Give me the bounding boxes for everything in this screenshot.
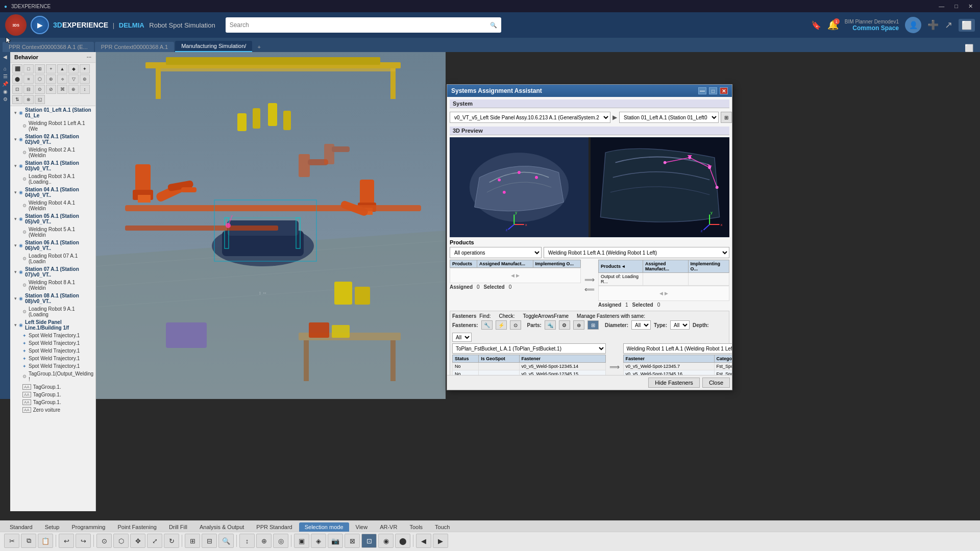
fst-left-dropdown[interactable]: ToPlan_FstBucket_L A.1 (ToPlan_FstBucket… (452, 343, 606, 354)
tb-btn-16[interactable]: ⊟ (23, 85, 34, 94)
redo-icon[interactable]: ↪ (76, 534, 91, 548)
sidebar-item[interactable]: ✦Spot Weld Trajectory.1 (10, 332, 95, 339)
zoom-area-icon[interactable]: ⊟ (202, 534, 217, 548)
sidebar-item[interactable]: AATagGroup.1. (10, 383, 95, 391)
tb-btn-15[interactable]: ⊡ (12, 85, 22, 94)
sidebar-item[interactable]: ⚙Welding Robot 5 A.1 (Weldin (10, 226, 95, 239)
display-icon[interactable]: ⬤ (395, 534, 410, 548)
tab-expand-btn[interactable]: ⬜ (965, 44, 977, 52)
tb-btn-17[interactable]: ⊙ (35, 85, 45, 94)
sidebar-item[interactable]: ⚙TagGroup.1(Output_Welding ! (10, 370, 95, 383)
zoom-in-icon[interactable]: 🔍 (218, 534, 234, 548)
sidebar-item[interactable]: ⚙Welding Robot 1 Left A.1 (We (10, 119, 95, 133)
compass-icon[interactable]: 3DS (5, 14, 27, 36)
bottom-tab-view[interactable]: View (350, 522, 374, 532)
sidebar-item[interactable]: AATagGroup.1. (10, 391, 95, 398)
search-input[interactable] (230, 21, 490, 29)
close-button[interactable]: ✕ (965, 3, 976, 10)
tb-btn-11[interactable]: ⊛ (46, 74, 56, 84)
expand-icon[interactable]: ⬜ (959, 19, 975, 32)
tb-btn-13[interactable]: ▽ (68, 74, 79, 84)
tb-btn-6[interactable]: ◆ (68, 64, 79, 73)
sidebar-section[interactable]: ▾◉Left Side Panel Line.1/Building 1/f (10, 318, 95, 332)
sidebar-item[interactable]: ⚙Loading Robot 3 A.1 (Loading.. (10, 172, 95, 186)
minimize-button[interactable]: — (936, 3, 947, 10)
height-icon[interactable]: ↕ (239, 534, 255, 548)
view-icon[interactable]: ◉ (3, 89, 8, 94)
visibility-icon[interactable]: ◉ (378, 534, 394, 548)
tb-btn-10[interactable]: ⬡ (35, 74, 45, 84)
cut-icon[interactable]: ✂ (4, 534, 19, 548)
dialog-close-btn[interactable]: ✕ (720, 87, 728, 94)
bottom-tab-point-fastening[interactable]: Point Fastening (112, 522, 162, 532)
view-front-icon[interactable]: ⊠ (345, 534, 360, 548)
tb-btn-20[interactable]: ⊕ (68, 85, 79, 94)
render-icon[interactable]: ▣ (294, 534, 309, 548)
tb-btn-2[interactable]: □ (23, 64, 34, 73)
maximize-button[interactable]: □ (951, 3, 961, 10)
sidebar-item[interactable]: ✦Spot Weld Trajectory.1 (10, 362, 95, 370)
tb-btn-9[interactable]: ≡ (23, 74, 34, 84)
system-dropdown-1[interactable]: v0_VT_v5_Left Side Panel Assy.10.6.213 A… (450, 112, 610, 123)
nav-prev-icon[interactable]: ◀ (416, 534, 431, 548)
rotate-icon[interactable]: ↻ (164, 534, 179, 548)
tab-manufacturing-simulation[interactable]: Manufacturing Simulation/ (175, 41, 252, 52)
3dcompass-icon[interactable]: ⬡ (113, 534, 129, 548)
transfer-right-icon[interactable]: ⟹ (584, 276, 595, 284)
settings-icon[interactable]: ⚙ (3, 96, 8, 102)
undo-icon[interactable]: ↩ (59, 534, 74, 548)
sidebar-toggle-icon[interactable]: ◀ (3, 54, 7, 60)
bottom-tab-ppr-standard[interactable]: PPR Standard (251, 522, 298, 532)
bottom-tab-programming[interactable]: Programming (66, 522, 111, 532)
zoom-fit-icon[interactable]: ⊞ (185, 534, 200, 548)
search-icon[interactable]: 🔍 (490, 22, 497, 29)
bottom-tab-standard[interactable]: Standard (4, 522, 38, 532)
dialog-maximize-btn[interactable]: □ (709, 87, 717, 94)
sidebar-item[interactable]: ⚙Welding Robot 8 A.1 (Weldin (10, 279, 95, 292)
tab-ppr-context-1[interactable]: PPR Context00000368 A.1 (E... (3, 42, 94, 52)
tb-btn-7[interactable]: ✦ (80, 64, 90, 73)
bottom-tab-drill-fill[interactable]: Drill Fill (163, 522, 193, 532)
point-icon[interactable]: ⊕ (256, 534, 272, 548)
sidebar-item[interactable]: AATagGroup.1. (10, 398, 95, 406)
bottom-tab-ar-vr[interactable]: AR-VR (374, 522, 403, 532)
fst-icon-3[interactable]: ⊙ (510, 320, 521, 330)
tb-btn-21[interactable]: ↕ (80, 85, 90, 94)
bottom-tab-tools[interactable]: Tools (404, 522, 428, 532)
parts-icon-1[interactable]: 🔩 (545, 320, 556, 330)
bottom-tab-touch[interactable]: Touch (429, 522, 455, 532)
sidebar-item[interactable]: AAZero voiture (10, 406, 95, 414)
snap-icon[interactable]: ◎ (273, 534, 288, 548)
tb-btn-12[interactable]: ⎆ (57, 74, 67, 84)
user-avatar[interactable]: 👤 (905, 17, 921, 33)
sidebar-item[interactable]: ⚙Welding Robot 4 A.1 (Weldin (10, 199, 95, 212)
pin-icon[interactable]: 📌 (2, 81, 8, 87)
diameter-select[interactable]: All (631, 320, 651, 330)
sidebar-more-icon[interactable]: ··· (87, 54, 91, 60)
sidebar-section[interactable]: ▾◉Station 06 A.1 (Station 06)/v0_VT.. (10, 239, 95, 252)
sidebar-section[interactable]: ▾◉Station 04 A.1 (Station 04)/v0_VT.. (10, 186, 95, 199)
sidebar-item[interactable]: ✦Spot Weld Trajectory.1 (10, 347, 95, 355)
tab-ppr-context-2[interactable]: PPR Context00000368 A.1 (95, 42, 174, 52)
parts-icon-2[interactable]: ⚙ (559, 320, 570, 330)
fst-transfer-right[interactable]: ⟹ (609, 363, 620, 371)
products-right-scroll[interactable]: ◀ ▶ (598, 286, 729, 301)
sidebar-item[interactable]: ⚙Loading Robot 9 A.1 (Loading (10, 305, 95, 318)
tb-btn-19[interactable]: ⌘ (57, 85, 67, 94)
sidebar-item[interactable]: ⚙Loading Robot 07 A.1 (Loadin (10, 252, 95, 265)
transfer-left-icon[interactable]: ⟸ (584, 285, 595, 293)
robot-filter[interactable]: Welding Robot 1 Left A.1 (Welding Robot … (544, 247, 729, 258)
operations-filter[interactable]: All operations (450, 247, 542, 258)
material-icon[interactable]: ◈ (311, 534, 326, 548)
sidebar-item[interactable]: ⚙Welding Robot 2 A.1 (Weldin (10, 146, 95, 159)
camera-icon[interactable]: 📷 (328, 534, 343, 548)
sidebar-section[interactable]: ▾◉Station 03 A.1 (Station 03)/v0_VT.. (10, 159, 95, 172)
parts-icon-4[interactable]: ⊞ (587, 320, 599, 330)
parts-icon-3[interactable]: ⊛ (573, 320, 584, 330)
sidebar-section[interactable]: ▾◉Station 01_Left A.1 (Station 01_Le (10, 106, 95, 119)
sidebar-item[interactable]: ✦Spot Weld Trajectory.1 (10, 339, 95, 347)
manipulator-icon[interactable]: ✥ (130, 534, 145, 548)
nav-next-icon[interactable]: ▶ (433, 534, 448, 548)
view-section-icon[interactable]: ⊡ (361, 534, 377, 548)
fst-icon-1[interactable]: 🔧 (481, 320, 493, 330)
